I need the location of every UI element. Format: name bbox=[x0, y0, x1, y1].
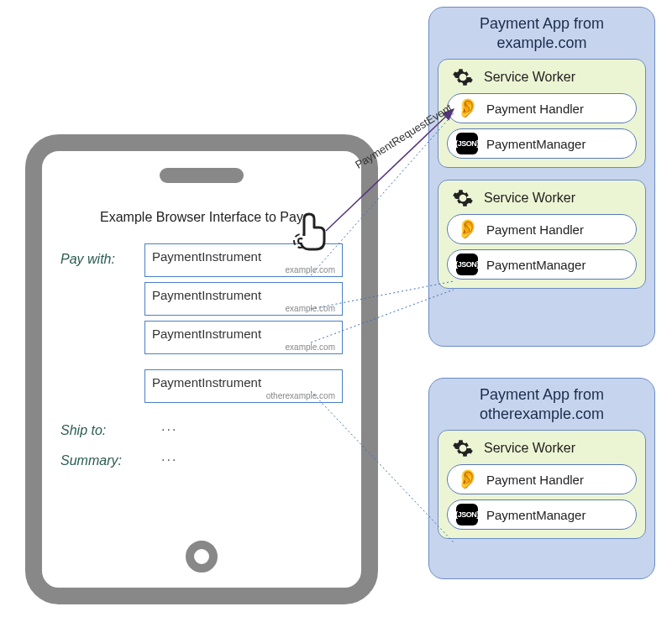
ear-icon: 👂 bbox=[456, 218, 478, 240]
payment-handler-pill: 👂 Payment Handler bbox=[447, 464, 637, 494]
payment-app-otherexample: Payment App from otherexample.com Servic… bbox=[428, 378, 655, 579]
json-icon: {JSON} bbox=[456, 133, 478, 154]
service-worker-box: Service Worker 👂 Payment Handler {JSON} … bbox=[438, 180, 646, 289]
summary-value: ... bbox=[161, 449, 177, 464]
payment-manager-pill: {JSON} PaymentManager bbox=[447, 249, 637, 280]
payment-handler-label: Payment Handler bbox=[486, 473, 584, 487]
payment-manager-label: PaymentManager bbox=[486, 508, 585, 522]
app-title: Payment App from otherexample.com bbox=[438, 385, 646, 423]
gear-icon bbox=[452, 187, 474, 209]
sw-header: Service Worker bbox=[447, 437, 637, 459]
sw-header: Service Worker bbox=[447, 187, 637, 209]
payment-instrument[interactable]: PaymentInstrument otherexample.com bbox=[144, 369, 343, 403]
payment-manager-label: PaymentManager bbox=[486, 258, 585, 272]
app-title: Payment App from example.com bbox=[438, 14, 646, 52]
payment-app-example: Payment App from example.com Service Wor… bbox=[428, 7, 655, 347]
sw-title: Service Worker bbox=[484, 441, 575, 456]
phone-speaker bbox=[160, 168, 244, 183]
payment-handler-label: Payment Handler bbox=[486, 102, 584, 116]
service-worker-box: Service Worker 👂 Payment Handler {JSON} … bbox=[438, 59, 646, 168]
sw-header: Service Worker bbox=[447, 66, 637, 88]
instrument-origin: example.com bbox=[152, 342, 335, 352]
instrument-origin: example.com bbox=[152, 304, 335, 313]
json-icon: {JSON} bbox=[456, 504, 478, 525]
ear-icon: 👂 bbox=[456, 97, 478, 119]
instrument-name: PaymentInstrument bbox=[152, 375, 335, 390]
instrument-origin: otherexample.com bbox=[152, 391, 335, 400]
payment-handler-pill: 👂 Payment Handler bbox=[447, 214, 637, 244]
instrument-origin: example.com bbox=[152, 265, 335, 275]
ship-to-row: Ship to: ... bbox=[60, 415, 343, 438]
sw-title: Service Worker bbox=[484, 70, 575, 85]
payment-manager-pill: {JSON} PaymentManager bbox=[447, 128, 637, 159]
payment-instrument[interactable]: PaymentInstrument example.com bbox=[144, 321, 343, 354]
instrument-name: PaymentInstrument bbox=[152, 288, 335, 302]
phone-home-button[interactable] bbox=[186, 541, 218, 573]
ship-to-label: Ship to: bbox=[60, 415, 144, 438]
payment-instrument[interactable]: PaymentInstrument example.com bbox=[144, 282, 343, 316]
ear-icon: 👂 bbox=[456, 468, 478, 490]
instrument-list: PaymentInstrument example.com PaymentIns… bbox=[144, 243, 343, 408]
sw-title: Service Worker bbox=[484, 191, 575, 206]
ship-to-value: ... bbox=[161, 419, 177, 434]
payment-manager-label: PaymentManager bbox=[486, 137, 585, 151]
json-icon: {JSON} bbox=[456, 254, 478, 275]
gear-icon bbox=[452, 66, 474, 88]
pay-with-label: Pay with: bbox=[60, 243, 144, 267]
phone-screen: Example Browser Interface to Pay Pay wit… bbox=[42, 210, 361, 520]
payment-handler-pill: 👂 Payment Handler bbox=[447, 93, 637, 123]
phone-frame: Example Browser Interface to Pay Pay wit… bbox=[25, 134, 378, 604]
payment-manager-pill: {JSON} PaymentManager bbox=[447, 499, 637, 530]
pay-with-row: Pay with: PaymentInstrument example.com … bbox=[60, 243, 343, 408]
service-worker-box: Service Worker 👂 Payment Handler {JSON} … bbox=[438, 430, 646, 539]
summary-label: Summary: bbox=[60, 445, 144, 468]
tap-hand-icon bbox=[286, 206, 336, 256]
summary-row: Summary: ... bbox=[60, 445, 343, 468]
instrument-name: PaymentInstrument bbox=[152, 327, 335, 341]
gear-icon bbox=[452, 437, 474, 459]
payment-handler-label: Payment Handler bbox=[486, 222, 584, 237]
